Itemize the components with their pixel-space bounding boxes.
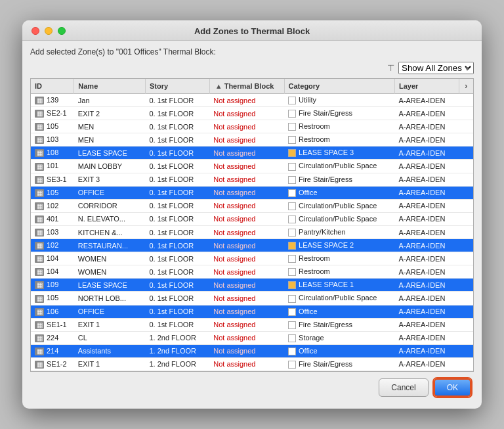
col-header-layer[interactable]: Layer	[394, 79, 459, 94]
col-header-story[interactable]: Story	[145, 79, 209, 94]
table-row[interactable]: ▦104WOMEN0. 1st FLOORNot assignedRestroo…	[31, 252, 473, 265]
table-row[interactable]: ▦139Jan0. 1st FLOORNot assignedUtilityA-…	[31, 94, 473, 107]
table-row[interactable]: ▦SE3-1EXIT 30. 1st FLOORNot assignedFire…	[31, 173, 473, 186]
row-icon: ▦	[35, 308, 44, 316]
table-row[interactable]: ▦105OFFICE0. 1st FLOORNot assignedOffice…	[31, 186, 473, 199]
table-row[interactable]: ▦105NORTH LOB...0. 1st FLOORNot assigned…	[31, 292, 473, 305]
cell-expand	[459, 305, 473, 318]
category-swatch	[288, 348, 296, 355]
table-row[interactable]: ▦102RESTAURAN...0. 1st FLOORNot assigned…	[31, 239, 473, 252]
not-assigned-label: Not assigned	[213, 242, 255, 250]
cell-id: ▦102	[31, 239, 74, 252]
cell-story: 0. 1st FLOOR	[145, 186, 209, 199]
cell-id: ▦214	[31, 344, 74, 357]
cell-category: Circulation/Public Space	[284, 292, 394, 305]
category-swatch	[288, 295, 296, 303]
cell-category: Restroom	[284, 133, 394, 147]
cell-category: Circulation/Public Space	[284, 199, 394, 212]
table-row[interactable]: ▦109LEASE SPACE0. 1st FLOORNot assignedL…	[31, 279, 473, 292]
maximize-button[interactable]	[58, 27, 66, 35]
category-swatch	[288, 361, 296, 369]
cell-category: Office	[284, 305, 394, 318]
cell-category: Utility	[284, 94, 394, 107]
cell-expand	[459, 279, 473, 292]
cell-thermal: Not assigned	[209, 133, 284, 147]
table-row[interactable]: ▦401N. ELEVATO...0. 1st FLOORNot assigne…	[31, 212, 473, 225]
table-row[interactable]: ▦103KITCHEN &...0. 1st FLOORNot assigned…	[31, 225, 473, 238]
title-bar: Add Zones to Thermal Block	[22, 20, 482, 41]
zone-filter-select[interactable]: Show All Zones	[398, 62, 474, 74]
table-row[interactable]: ▦SE1-1EXIT 10. 1st FLOORNot assignedFire…	[31, 318, 473, 331]
category-swatch	[288, 202, 296, 210]
col-header-name[interactable]: Name	[74, 79, 146, 94]
close-button[interactable]	[32, 27, 39, 35]
row-icon: ▦	[35, 242, 44, 250]
cell-id: ▦101	[31, 160, 74, 173]
cell-story: 0. 1st FLOOR	[145, 107, 209, 120]
cell-id: ▦105	[31, 292, 74, 305]
cell-thermal: Not assigned	[209, 94, 284, 107]
cell-story: 0. 1st FLOOR	[145, 252, 209, 265]
cell-layer: A-AREA-IDEN	[394, 133, 459, 147]
cell-id: ▦SE2-1	[31, 107, 74, 120]
row-icon: ▦	[35, 334, 44, 342]
cell-expand	[459, 357, 473, 371]
cell-thermal: Not assigned	[209, 252, 284, 265]
table-row[interactable]: ▦SE2-1EXIT 20. 1st FLOORNot assignedFire…	[31, 107, 473, 120]
not-assigned-label: Not assigned	[213, 294, 255, 302]
cancel-button[interactable]: Cancel	[379, 378, 428, 397]
row-icon: ▦	[35, 361, 44, 369]
not-assigned-label: Not assigned	[213, 360, 255, 368]
cell-category: Restroom	[284, 252, 394, 265]
cell-story: 0. 1st FLOOR	[145, 133, 209, 147]
category-swatch	[288, 123, 296, 131]
cell-story: 0. 1st FLOOR	[145, 239, 209, 252]
col-header-category[interactable]: Category	[284, 79, 394, 94]
col-header-thermal[interactable]: ▲ Thermal Block	[209, 79, 284, 94]
cell-layer: A-AREA-IDEN	[394, 279, 459, 292]
table-row[interactable]: ▦224CL1. 2nd FLOORNot assignedStorageA-A…	[31, 331, 473, 344]
cell-layer: A-AREA-IDEN	[394, 265, 459, 279]
table-row[interactable]: ▦106OFFICE0. 1st FLOORNot assignedOffice…	[31, 305, 473, 318]
cell-thermal: Not assigned	[209, 212, 284, 225]
cell-thermal: Not assigned	[209, 160, 284, 173]
table-row[interactable]: ▦103MEN0. 1st FLOORNot assignedRestroomA…	[31, 133, 473, 147]
cell-category: Restroom	[284, 265, 394, 279]
table-row[interactable]: ▦214Assistants1. 2nd FLOORNot assignedOf…	[31, 344, 473, 357]
not-assigned-label: Not assigned	[213, 255, 255, 263]
table-row[interactable]: ▦102CORRIDOR0. 1st FLOORNot assignedCirc…	[31, 199, 473, 212]
table-row[interactable]: ▦108LEASE SPACE0. 1st FLOORNot assignedL…	[31, 147, 473, 160]
not-assigned-label: Not assigned	[213, 334, 255, 342]
cell-name: MEN	[74, 120, 146, 133]
cell-thermal: Not assigned	[209, 344, 284, 357]
ok-button[interactable]: OK	[434, 378, 471, 397]
cell-expand	[459, 120, 473, 133]
table-row[interactable]: ▦101MAIN LOBBY0. 1st FLOORNot assignedCi…	[31, 160, 473, 173]
cell-id: ▦108	[31, 147, 74, 160]
col-header-expand[interactable]: ›	[459, 79, 473, 94]
cell-category: Circulation/Public Space	[284, 212, 394, 225]
row-icon: ▦	[35, 268, 44, 276]
cell-layer: A-AREA-IDEN	[394, 331, 459, 344]
row-icon: ▦	[35, 176, 44, 184]
cell-category: Fire Stair/Egress	[284, 107, 394, 120]
category-swatch	[288, 229, 296, 237]
cell-category: Fire Stair/Egress	[284, 173, 394, 186]
table-row[interactable]: ▦SE1-2EXIT 11. 2nd FLOORNot assignedFire…	[31, 357, 473, 371]
table-body: ▦139Jan0. 1st FLOORNot assignedUtilityA-…	[31, 94, 473, 371]
not-assigned-label: Not assigned	[213, 215, 255, 223]
minimize-button[interactable]	[45, 27, 52, 35]
toolbar: ⊤ Show All Zones ▼	[30, 62, 474, 74]
cell-name: OFFICE	[74, 305, 146, 318]
zones-table-container[interactable]: ID Name Story ▲ Thermal Block Category L…	[30, 78, 474, 372]
cell-category: Fire Stair/Egress	[284, 318, 394, 331]
table-row[interactable]: ▦104WOMEN0. 1st FLOORNot assignedRestroo…	[31, 265, 473, 279]
not-assigned-label: Not assigned	[213, 189, 255, 196]
category-swatch	[288, 334, 296, 342]
cell-id: ▦224	[31, 331, 74, 344]
col-header-id[interactable]: ID	[31, 79, 74, 94]
table-row[interactable]: ▦105MEN0. 1st FLOORNot assignedRestroomA…	[31, 120, 473, 133]
row-icon: ▦	[35, 281, 44, 289]
cell-name: Jan	[74, 94, 146, 107]
cell-name: CORRIDOR	[74, 199, 146, 212]
